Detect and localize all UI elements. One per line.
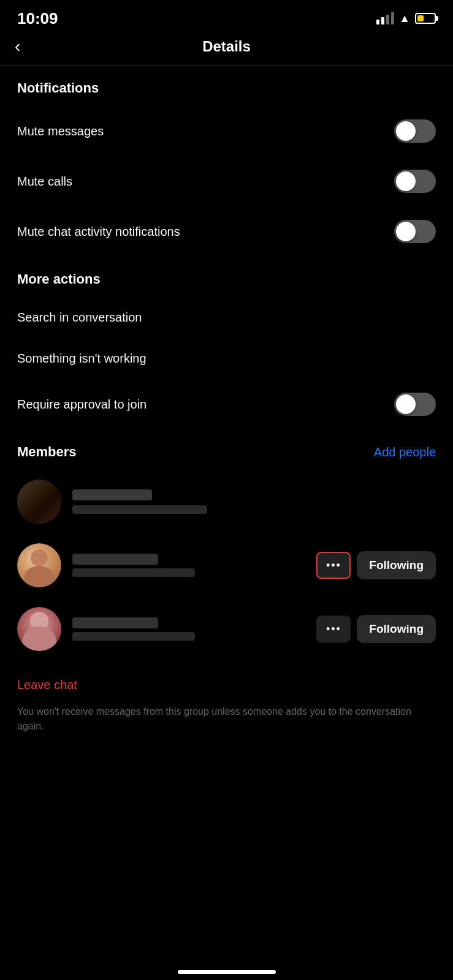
search-in-conversation-label: Search in conversation: [17, 311, 142, 325]
mute-messages-toggle[interactable]: [394, 119, 436, 143]
member-info-2: [72, 554, 305, 577]
member-row-admin: [0, 470, 453, 533]
member-sub-admin: [72, 505, 207, 514]
something-isnt-working-row[interactable]: Something isn't working: [0, 338, 453, 379]
signal-icon: [376, 12, 394, 24]
search-in-conversation-row[interactable]: Search in conversation: [0, 297, 453, 338]
mute-calls-toggle[interactable]: [394, 170, 436, 193]
battery-fill: [417, 15, 424, 21]
member-sub-3: [72, 632, 195, 641]
more-actions-section: More actions: [0, 257, 453, 297]
more-options-button-2[interactable]: •••: [316, 552, 351, 579]
more-options-button-3[interactable]: •••: [316, 616, 351, 643]
avatar-image-3: [17, 607, 61, 651]
avatar-3: [17, 607, 61, 651]
member-name-2: [72, 554, 158, 565]
more-actions-title: More actions: [17, 271, 436, 287]
following-button-3[interactable]: Following: [357, 615, 436, 643]
notifications-section: Notifications: [0, 66, 453, 106]
mute-chat-activity-label: Mute chat activity notifications: [17, 225, 180, 239]
notifications-title: Notifications: [17, 80, 436, 96]
mute-messages-label: Mute messages: [17, 124, 104, 138]
page-title: Details: [202, 38, 251, 55]
mute-messages-row: Mute messages: [0, 106, 453, 156]
member-info-admin: [72, 489, 436, 514]
leave-chat-button[interactable]: Leave chat: [0, 661, 453, 699]
mute-chat-activity-toggle[interactable]: [394, 220, 436, 243]
toggle-thumb: [396, 121, 416, 141]
require-approval-label: Require approval to join: [17, 398, 147, 412]
member-info-3: [72, 617, 305, 641]
members-header: Members Add people: [0, 429, 453, 470]
status-time: 10:09: [17, 9, 58, 28]
mute-calls-row: Mute calls: [0, 156, 453, 206]
wifi-icon: ▲: [399, 12, 410, 25]
avatar-image-admin: [17, 480, 61, 524]
member-sub-2: [72, 568, 195, 577]
member-name-3: [72, 617, 158, 628]
avatar-2: [17, 543, 61, 587]
avatar-image-2: [17, 543, 61, 587]
toggle-thumb-2: [396, 172, 416, 191]
member-actions-3: ••• Following: [316, 615, 436, 643]
toggle-thumb-3: [396, 222, 416, 241]
mute-calls-label: Mute calls: [17, 175, 72, 189]
home-indicator: [178, 970, 276, 974]
member-name-admin: [72, 489, 152, 500]
footer-note: You won't receive messages from this gro…: [0, 699, 453, 758]
toggle-thumb-4: [396, 394, 416, 414]
battery-icon: [415, 13, 436, 24]
member-actions-2: ••• Following: [316, 551, 436, 579]
following-button-2[interactable]: Following: [357, 551, 436, 579]
member-row-2: ••• Following: [0, 533, 453, 597]
require-approval-row: Require approval to join: [0, 379, 453, 429]
back-button[interactable]: ‹: [15, 37, 20, 56]
avatar-admin: [17, 480, 61, 524]
members-title: Members: [17, 444, 77, 460]
status-bar: 10:09 ▲: [0, 0, 453, 33]
something-isnt-working-label: Something isn't working: [17, 352, 147, 366]
member-row-3: ••• Following: [0, 597, 453, 661]
add-people-button[interactable]: Add people: [374, 445, 436, 459]
nav-header: ‹ Details: [0, 33, 453, 65]
mute-chat-activity-row: Mute chat activity notifications: [0, 206, 453, 257]
status-icons: ▲: [376, 12, 436, 25]
require-approval-toggle[interactable]: [394, 393, 436, 416]
